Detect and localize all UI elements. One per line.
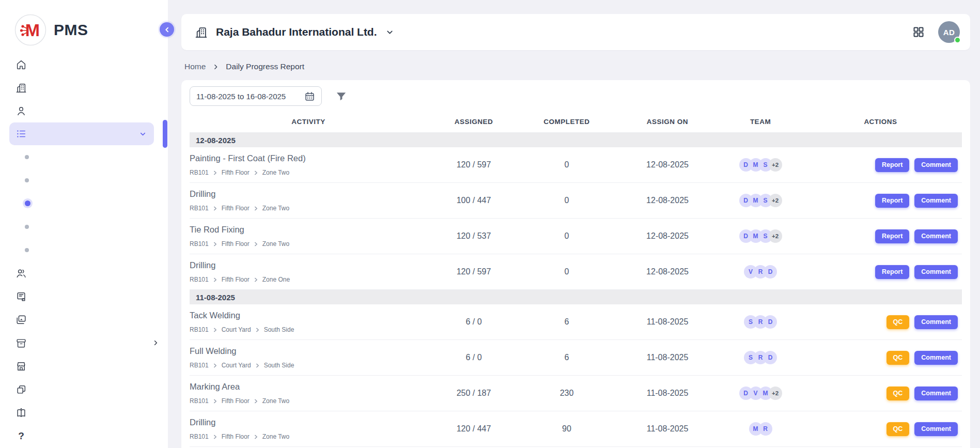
sidebar-item-activities[interactable]: [9, 122, 154, 145]
actions-cell: ReportComment: [799, 194, 962, 208]
column-header-team: TEAM: [722, 118, 799, 126]
activity-name: Tack Welding: [190, 311, 427, 320]
comment-button[interactable]: Comment: [914, 315, 958, 329]
user-avatar[interactable]: AD: [938, 21, 960, 43]
location-segment: Fifth Floor: [222, 240, 250, 248]
active-indicator: [163, 120, 167, 148]
sidebar-subitem-daily-expenses[interactable]: [0, 238, 168, 261]
sidebar-subitem-attendance[interactable]: [0, 145, 168, 168]
report-button[interactable]: Report: [875, 265, 909, 279]
team-cell: SRD: [722, 351, 799, 364]
location-segment: Zone Two: [262, 397, 289, 405]
sidebar-item-projects[interactable]: [0, 76, 168, 99]
comment-button[interactable]: Comment: [914, 387, 958, 400]
path-separator-icon: [213, 206, 217, 211]
team-cell: DVM+2: [722, 387, 799, 400]
path-separator-icon: [255, 363, 260, 368]
activity-name: Drilling: [190, 260, 427, 270]
comment-button[interactable]: Comment: [914, 229, 958, 243]
activity-cell: DrillingRB101Fifth FloorZone Two: [190, 418, 427, 440]
location-segment: Fifth Floor: [222, 205, 250, 212]
team-cell: SRD: [722, 315, 799, 329]
completed-cell: 230: [520, 389, 613, 398]
qc-button[interactable]: QC: [886, 351, 910, 365]
activity-name: Marking Area: [190, 382, 427, 392]
table-row: DrillingRB101Fifth FloorZone One120 / 59…: [190, 254, 962, 290]
sidebar-item-documentation[interactable]: [0, 401, 168, 424]
assigned-cell: 120 / 597: [427, 160, 520, 169]
calendar-icon: [304, 91, 315, 102]
sidebar-item-administration[interactable]: [0, 331, 168, 354]
sidebar-item-help-desk[interactable]: ?: [0, 424, 168, 447]
table-header: ACTIVITYASSIGNEDCOMPLETEDASSIGN ONTEAMAC…: [190, 106, 962, 133]
sidebar-item-inventory[interactable]: [0, 354, 168, 378]
qc-button[interactable]: QC: [886, 422, 910, 436]
report-button[interactable]: Report: [875, 229, 909, 243]
sidebar-collapse-button[interactable]: [160, 22, 174, 37]
team-cell: DMS+2: [722, 194, 799, 207]
sidebar-item-support[interactable]: [0, 378, 168, 401]
sidebar-item-expense[interactable]: [0, 285, 168, 308]
path-separator-icon: [254, 171, 258, 175]
apps-grid-button[interactable]: [910, 24, 927, 40]
filter-row: 11-08-2025 to 16-08-2025: [190, 86, 962, 106]
activity-cell: DrillingRB101Fifth FloorZone One: [190, 260, 427, 283]
sidebar-item-employees[interactable]: [0, 99, 168, 122]
comment-button[interactable]: Comment: [914, 422, 958, 436]
activity-name: Drilling: [190, 189, 427, 199]
breadcrumb-link-home[interactable]: Home: [184, 62, 206, 71]
path-separator-icon: [254, 206, 258, 211]
filter-button[interactable]: [335, 90, 347, 102]
progress-report-table: ACTIVITYASSIGNEDCOMPLETEDASSIGN ONTEAMAC…: [190, 106, 962, 448]
report-button[interactable]: Report: [875, 194, 909, 208]
online-status-dot: [954, 37, 961, 43]
qc-button[interactable]: QC: [886, 315, 910, 329]
report-button[interactable]: Report: [875, 158, 909, 172]
bullet-icon: [25, 248, 29, 252]
location-segment: RB101: [190, 205, 209, 212]
receipt-icon: [15, 291, 27, 302]
completed-cell: 6: [520, 353, 613, 362]
completed-cell: 0: [520, 196, 613, 205]
assigned-cell: 100 / 447: [427, 196, 520, 205]
store-icon: [15, 361, 27, 372]
comment-button[interactable]: Comment: [914, 158, 958, 172]
activity-cell: DrillingRB101Fifth FloorZone Two: [190, 189, 427, 212]
location-segment: South Side: [264, 326, 294, 333]
sidebar-item-dashboard[interactable]: [0, 53, 168, 76]
team-member-avatar: D: [764, 265, 777, 279]
comment-button[interactable]: Comment: [914, 194, 958, 208]
location-segment: South Side: [264, 362, 294, 369]
activity-cell: Full WeldingRB101Court YardSouth Side: [190, 346, 427, 369]
comment-button[interactable]: Comment: [914, 265, 958, 279]
comment-button[interactable]: Comment: [914, 351, 958, 365]
sidebar-subitem-project-report[interactable]: [0, 215, 168, 238]
home-icon: [15, 59, 27, 70]
date-range-value: 11-08-2025 to 16-08-2025: [196, 92, 286, 101]
activity-location-path: RB101Fifth FloorZone Two: [190, 433, 427, 440]
team-member-avatar: D: [764, 315, 777, 329]
breadcrumb-current: Daily Progress Report: [226, 62, 304, 71]
date-range-input[interactable]: 11-08-2025 to 16-08-2025: [190, 86, 322, 106]
assign-on-cell: 11-08-2025: [613, 424, 722, 434]
qc-button[interactable]: QC: [886, 387, 910, 400]
sidebar-item-directory[interactable]: [0, 261, 168, 285]
sidebar-item-image-gallary[interactable]: [0, 308, 168, 331]
sidebar-subitem-daily-progress-report[interactable]: [0, 192, 168, 215]
assigned-cell: 120 / 447: [427, 424, 520, 434]
assigned-cell: 250 / 187: [427, 389, 520, 398]
team-extra-count: +2: [769, 194, 782, 207]
people-icon: [15, 268, 27, 279]
location-segment: Fifth Floor: [222, 433, 250, 440]
path-separator-icon: [254, 277, 258, 282]
company-selector[interactable]: Raja Bahadur International Ltd.: [195, 26, 394, 39]
avatar-initials: AD: [943, 28, 955, 37]
path-separator-icon: [213, 171, 217, 175]
activity-location-path: RB101Fifth FloorZone One: [190, 276, 427, 283]
location-segment: Zone Two: [262, 240, 289, 248]
question-icon: ?: [15, 430, 27, 442]
team-extra-count: +2: [769, 158, 782, 172]
sidebar-subitem-daily-task-planning[interactable]: [0, 168, 168, 192]
chevron-right-icon: [152, 339, 160, 347]
image-icon: [15, 314, 27, 326]
